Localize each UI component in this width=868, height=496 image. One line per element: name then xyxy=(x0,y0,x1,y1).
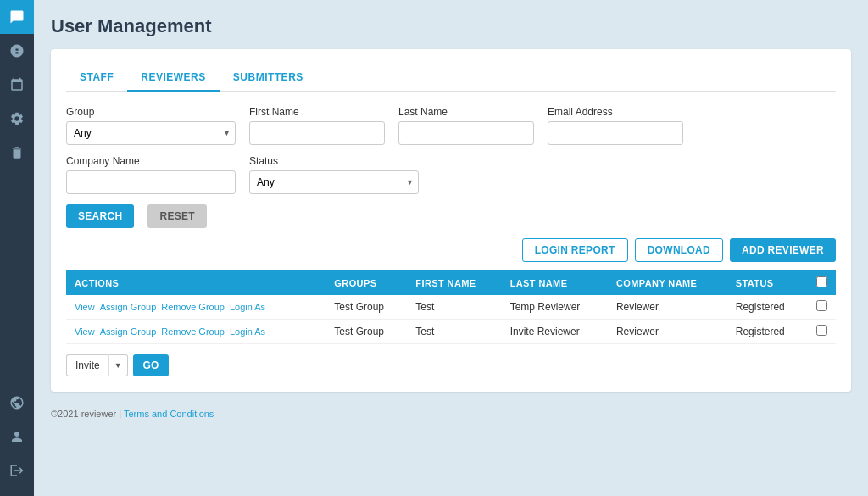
table-row: ViewAssign GroupRemove GroupLogin AsTest… xyxy=(66,295,836,320)
main-content: User Management STAFF REVIEWERS SUBMITTE… xyxy=(34,0,868,496)
email-field: Email Address xyxy=(548,106,683,145)
invite-button[interactable]: Invite xyxy=(66,354,108,376)
terms-link[interactable]: Terms and Conditions xyxy=(124,409,214,419)
footer-text: ©2021 reviewer | xyxy=(51,409,124,419)
cell-groups: Test Group xyxy=(326,295,407,320)
login-report-button[interactable]: LOGIN REPORT xyxy=(522,238,628,262)
col-actions: ACTIONS xyxy=(66,270,326,295)
cell-company_name: Reviewer xyxy=(608,320,727,344)
user-icon[interactable] xyxy=(0,420,34,454)
last-name-input[interactable] xyxy=(398,121,534,145)
face-icon[interactable] xyxy=(0,34,34,68)
row-checkbox[interactable] xyxy=(816,325,827,336)
col-checkbox-header xyxy=(808,270,836,295)
group-select[interactable]: Any xyxy=(66,121,236,145)
group-label: Group xyxy=(66,106,236,118)
invite-dropdown-arrow[interactable]: ▼ xyxy=(108,354,128,376)
action-link-login-as[interactable]: Login As xyxy=(230,326,265,337)
cell-actions: ViewAssign GroupRemove GroupLogin As xyxy=(66,295,326,320)
gear-icon[interactable] xyxy=(0,102,34,136)
reset-button[interactable]: RESET xyxy=(147,204,207,228)
page-title: User Management xyxy=(51,15,851,37)
group-field: Group Any xyxy=(66,106,236,145)
col-first-name: FIRST NAME xyxy=(407,270,501,295)
col-company-name: COMPANY NAME xyxy=(608,270,727,295)
bottom-bar: Invite ▼ GO xyxy=(66,354,836,376)
filter-form-row1: Group Any First Name Last Name Email Add… xyxy=(66,106,836,145)
first-name-label: First Name xyxy=(249,106,385,118)
email-input[interactable] xyxy=(548,121,683,145)
add-reviewer-button[interactable]: ADD REVIEWER xyxy=(730,238,836,262)
go-button[interactable]: GO xyxy=(133,354,170,376)
action-link-assign-group[interactable]: Assign Group xyxy=(100,326,157,337)
email-label: Email Address xyxy=(548,106,683,118)
tabs-container: STAFF REVIEWERS SUBMITTERS xyxy=(66,64,836,92)
logout-icon[interactable] xyxy=(0,454,34,488)
row-checkbox[interactable] xyxy=(816,300,827,311)
company-label: Company Name xyxy=(66,155,236,167)
cell-last_name: Invite Reviewer xyxy=(502,320,608,344)
tab-reviewers[interactable]: REVIEWERS xyxy=(127,64,220,92)
cell-first_name: Test xyxy=(407,295,501,320)
users-table: ACTIONS GROUPS FIRST NAME LAST NAME COMP… xyxy=(66,270,836,344)
main-card: STAFF REVIEWERS SUBMITTERS Group Any Fir… xyxy=(51,49,851,392)
col-status: STATUS xyxy=(727,270,808,295)
last-name-field: Last Name xyxy=(398,106,534,145)
action-link-view[interactable]: View xyxy=(75,326,95,337)
status-select-wrapper: Any xyxy=(249,170,419,194)
company-input[interactable] xyxy=(66,170,236,194)
cell-status: Registered xyxy=(727,295,808,320)
button-row: SEARCH RESET xyxy=(66,204,836,228)
col-last-name: LAST NAME xyxy=(502,270,608,295)
search-button[interactable]: SEARCH xyxy=(66,204,134,228)
table-header-row: ACTIONS GROUPS FIRST NAME LAST NAME COMP… xyxy=(66,270,836,295)
action-link-remove-group[interactable]: Remove Group xyxy=(161,326,225,337)
cell-company_name: Reviewer xyxy=(608,295,727,320)
cell-status: Registered xyxy=(727,320,808,344)
action-link-login-as[interactable]: Login As xyxy=(230,302,265,312)
status-field: Status Any xyxy=(249,155,419,194)
cell-checkbox xyxy=(808,320,836,344)
action-link-assign-group[interactable]: Assign Group xyxy=(100,302,157,312)
globe-icon[interactable] xyxy=(0,386,34,420)
filter-form-row2: Company Name Status Any xyxy=(66,155,836,194)
action-link-remove-group[interactable]: Remove Group xyxy=(161,302,225,312)
select-all-checkbox[interactable] xyxy=(816,276,827,287)
calendar-icon[interactable] xyxy=(0,68,34,102)
cell-checkbox xyxy=(808,295,836,320)
action-link-view[interactable]: View xyxy=(75,302,95,312)
invite-select-wrapper: Invite ▼ xyxy=(66,354,128,376)
tab-staff[interactable]: STAFF xyxy=(66,64,127,92)
cell-actions: ViewAssign GroupRemove GroupLogin As xyxy=(66,320,326,344)
status-select[interactable]: Any xyxy=(249,170,419,194)
footer: ©2021 reviewer | Terms and Conditions xyxy=(51,409,851,419)
status-label: Status xyxy=(249,155,419,167)
first-name-field: First Name xyxy=(249,106,385,145)
trash-icon[interactable] xyxy=(0,136,34,170)
tab-submitters[interactable]: SUBMITTERS xyxy=(220,64,317,92)
sidebar xyxy=(0,0,34,496)
action-row: LOGIN REPORT DOWNLOAD ADD REVIEWER xyxy=(66,238,836,262)
group-select-wrapper: Any xyxy=(66,121,236,145)
company-field: Company Name xyxy=(66,155,236,194)
last-name-label: Last Name xyxy=(398,106,534,118)
cell-first_name: Test xyxy=(407,320,501,344)
cell-last_name: Temp Reviewer xyxy=(502,295,608,320)
table-row: ViewAssign GroupRemove GroupLogin AsTest… xyxy=(66,320,836,344)
download-button[interactable]: DOWNLOAD xyxy=(635,238,723,262)
first-name-input[interactable] xyxy=(249,121,385,145)
cell-groups: Test Group xyxy=(326,320,407,344)
col-groups: GROUPS xyxy=(326,270,407,295)
chat-icon[interactable] xyxy=(0,0,34,34)
